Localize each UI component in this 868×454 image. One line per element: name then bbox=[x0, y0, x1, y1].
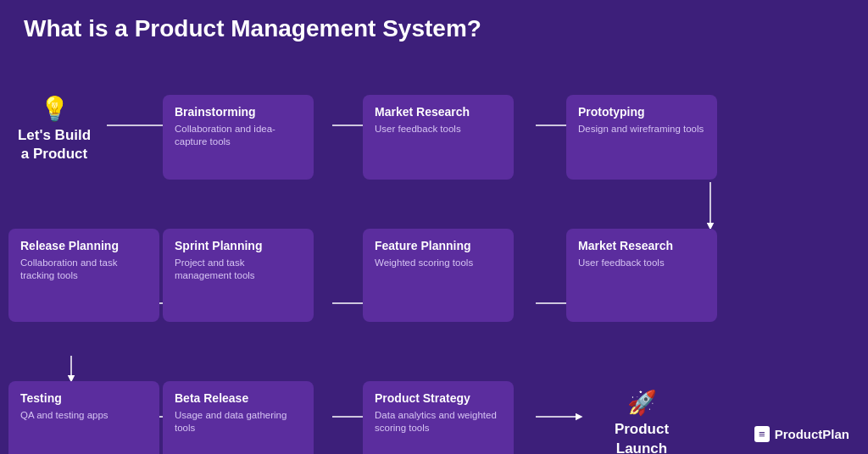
card-prototyping-title: Prototyping bbox=[578, 105, 705, 119]
card-market-research-2-sub: User feedback tools bbox=[578, 257, 705, 269]
product-launch-card: 🚀 ProductLaunch bbox=[566, 381, 717, 454]
card-market-research-2: Market Research User feedback tools bbox=[566, 229, 717, 322]
card-beta-release-title: Beta Release bbox=[175, 391, 302, 406]
card-product-strategy: Product Strategy Data analytics and weig… bbox=[363, 381, 514, 454]
page-container: What is a Product Management System? bbox=[0, 0, 868, 454]
card-sprint-planning: Sprint Planning Project and task managem… bbox=[163, 229, 314, 322]
card-release-planning-title: Release Planning bbox=[20, 239, 147, 253]
card-sprint-planning-title: Sprint Planning bbox=[175, 239, 302, 253]
card-release-planning: Release Planning Collaboration and task … bbox=[8, 229, 159, 322]
card-product-strategy-title: Product Strategy bbox=[375, 391, 502, 406]
card-feature-planning-title: Feature Planning bbox=[375, 239, 502, 253]
card-feature-planning-sub: Weighted scoring tools bbox=[375, 257, 502, 269]
logo-name: ProductPlan bbox=[775, 427, 849, 441]
start-label: Let's Builda Product bbox=[18, 126, 91, 163]
card-sprint-planning-sub: Project and task management tools bbox=[175, 257, 302, 282]
card-feature-planning: Feature Planning Weighted scoring tools bbox=[363, 229, 514, 322]
card-brainstorming-sub: Collaboration and idea-capture tools bbox=[175, 123, 302, 148]
card-product-strategy-sub: Data analytics and weighted scoring tool… bbox=[375, 409, 502, 435]
card-brainstorming: Brainstorming Collaboration and idea-cap… bbox=[163, 95, 314, 180]
card-market-research-2-title: Market Research bbox=[578, 239, 705, 253]
card-beta-release-sub: Usage and data gathering tools bbox=[175, 409, 302, 435]
card-prototyping: Prototyping Design and wireframing tools bbox=[566, 95, 717, 180]
card-beta-release: Beta Release Usage and data gathering to… bbox=[163, 381, 314, 454]
productplan-logo: ≡ ProductPlan bbox=[754, 426, 849, 442]
card-release-planning-sub: Collaboration and task tracking tools bbox=[20, 257, 147, 282]
product-launch-label: ProductLaunch bbox=[615, 420, 669, 454]
main-title: What is a Product Management System? bbox=[0, 0, 868, 51]
card-testing-title: Testing bbox=[20, 391, 147, 406]
card-market-research-1: Market Research User feedback tools bbox=[363, 95, 514, 180]
card-brainstorming-title: Brainstorming bbox=[175, 105, 302, 119]
card-testing-sub: QA and testing apps bbox=[20, 409, 147, 422]
diagram-area: 💡 Let's Builda Product Brainstorming Col… bbox=[0, 51, 868, 446]
start-card: 💡 Let's Builda Product bbox=[8, 95, 100, 163]
bulb-icon: 💡 bbox=[40, 95, 70, 123]
card-prototyping-sub: Design and wireframing tools bbox=[578, 123, 705, 136]
card-market-research-1-sub: User feedback tools bbox=[375, 123, 502, 136]
rocket-icon: 🚀 bbox=[627, 389, 657, 417]
logo-icon: ≡ bbox=[754, 426, 770, 442]
card-testing: Testing QA and testing apps bbox=[8, 381, 159, 454]
card-market-research-1-title: Market Research bbox=[375, 105, 502, 119]
